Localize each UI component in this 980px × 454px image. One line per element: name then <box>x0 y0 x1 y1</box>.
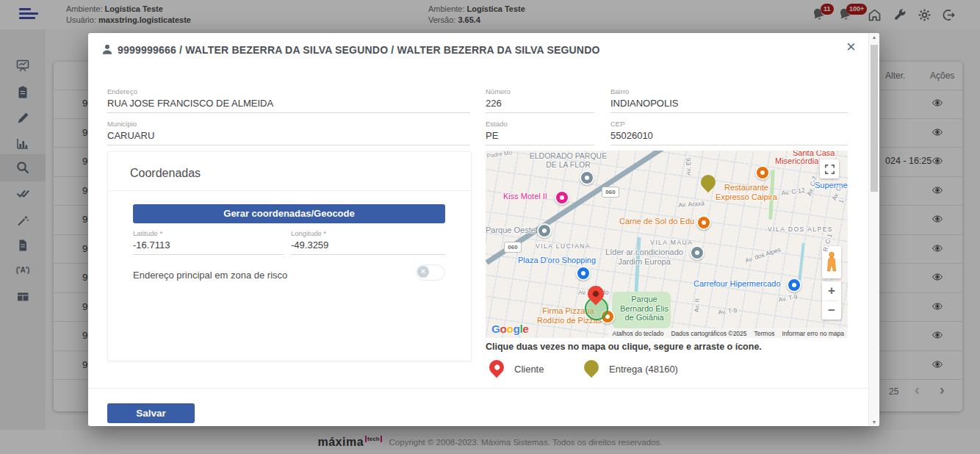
attribution-link[interactable]: Termos <box>754 330 775 337</box>
risk-zone-toggle-label: Endereço principal em zona de risco <box>133 270 287 281</box>
map-label: Restaurante Expresso Caipira <box>713 183 779 201</box>
map-label: Carne de Sol do Edu <box>619 217 694 226</box>
map-label: Padre Mo <box>486 151 513 159</box>
longitude-field[interactable]: Longitude * -49.3259 <box>291 229 445 255</box>
scrollbar-thumb[interactable] <box>871 45 878 192</box>
divider <box>88 388 879 389</box>
map-label: Carrefour Hipermercado <box>693 279 781 289</box>
field-value: 226 <box>486 98 594 113</box>
map-label: Av. T-9 <box>778 293 798 303</box>
map-label: Av. T-9 <box>718 307 738 316</box>
map-poi-icon[interactable] <box>580 170 594 185</box>
divider <box>108 190 471 191</box>
map-label: Líder ar condicionado Jardim Europa <box>603 248 685 266</box>
map-label: Av. <box>578 289 587 297</box>
map-label: Av. It <box>693 298 701 312</box>
coordinates-title: Coordenadas <box>130 167 201 180</box>
entrega-legend-pin-icon <box>583 359 599 378</box>
legend-item: Entrega (48160) <box>583 358 678 380</box>
map-label: Parque Bernardo Élis de Goiânia <box>616 295 672 323</box>
map-poi-icon[interactable] <box>537 223 552 238</box>
field-label: Bairro <box>610 87 848 96</box>
field-label: CEP <box>610 120 848 128</box>
field-value: CARUARU <box>107 130 470 145</box>
zoom-in-button[interactable]: + <box>822 281 841 300</box>
field-label: Latitude * <box>133 229 284 237</box>
map-label: Parque Oeste <box>486 226 536 235</box>
field-value: PE <box>486 130 594 145</box>
field-label: Estado <box>486 120 594 128</box>
estado-field[interactable]: Estado PE <box>486 120 594 145</box>
legend-item: Cliente <box>489 358 544 380</box>
bairro-field[interactable]: Bairro INDIANOPOLIS <box>610 87 848 113</box>
map-instruction-text: Clique duas vezes no mapa ou clique, seg… <box>486 342 762 352</box>
map-waterway <box>798 243 804 281</box>
map-label: Av. Araxá <box>678 201 705 209</box>
map-label: Av. E6 <box>685 158 693 176</box>
road-shield: 060 <box>504 242 522 253</box>
map-label: Av. C-12 <box>781 187 805 198</box>
map-label: VILA LUCIANA <box>536 243 591 251</box>
cliente-legend-pin-icon <box>489 359 505 378</box>
field-value: -49.3259 <box>291 239 445 255</box>
generate-geocode-button[interactable]: Gerar coordenadas/Geocode <box>133 204 445 223</box>
field-value: 55026010 <box>610 130 848 145</box>
attribution-link[interactable]: Atalhos do teclado <box>612 330 663 337</box>
map-fullscreen-button[interactable] <box>820 159 839 179</box>
map-poi-icon[interactable] <box>755 165 770 180</box>
map-label: Plaza D'oro Shopping <box>518 256 596 265</box>
map-label: Misericórdia <box>775 156 818 166</box>
cliente-marker-pin[interactable] <box>588 286 604 302</box>
field-label: Longitude * <box>291 229 445 237</box>
field-label: Número <box>486 87 594 96</box>
scroll-up-arrow[interactable]: ▲ <box>869 35 879 40</box>
map-zoom-control: + − <box>822 281 841 320</box>
google-logo-letter: o <box>500 323 507 335</box>
toggle-knob-x-icon: × <box>417 266 429 278</box>
modal-scrollbar[interactable]: ▲ ▼ <box>868 33 879 426</box>
google-logo-letter: e <box>522 323 528 335</box>
legend-label: Cliente <box>514 364 544 375</box>
map-label: Santa Casa <box>793 151 835 158</box>
field-label: Endereço <box>107 87 470 96</box>
field-value: -16.7113 <box>133 239 284 255</box>
field-value: INDIANOPOLIS <box>610 98 848 113</box>
attribution-link[interactable]: Informar erro no mapa <box>782 330 844 337</box>
save-button[interactable]: Salvar <box>107 403 195 423</box>
risk-zone-toggle[interactable]: × <box>416 264 445 281</box>
map-label: Av. dos Alpes <box>744 246 782 264</box>
latitude-field[interactable]: Latitude * -16.7113 <box>133 229 284 255</box>
coordinates-panel: Coordenadas Gerar coordenadas/Geocode La… <box>107 151 472 361</box>
map-poi-icon[interactable] <box>696 215 711 230</box>
field-label: Municipio <box>107 120 470 128</box>
google-logo-letter: G <box>491 323 500 335</box>
map-poi-icon[interactable] <box>555 190 569 205</box>
close-icon[interactable]: × <box>846 39 856 55</box>
map-poi-icon[interactable] <box>787 278 801 292</box>
map-attribution: Atalhos do tecladoDados cartográficos ©2… <box>608 328 848 338</box>
municipio-field[interactable]: Municipio CARUARU <box>107 120 470 145</box>
field-value: RUA JOSE FRANCISCO DE ALMEIDA <box>107 98 470 113</box>
entrega-marker-pin[interactable] <box>701 175 716 190</box>
endereco-field[interactable]: Endereço RUA JOSE FRANCISCO DE ALMEIDA <box>107 87 470 113</box>
scroll-down-arrow[interactable]: ▼ <box>869 419 879 425</box>
address-modal: 9999999666 / WALTER BEZERRA DA SILVA SEG… <box>88 33 879 426</box>
road-shield: 060 <box>602 187 619 198</box>
map-label: Kiss Motel II <box>503 192 547 201</box>
map-label: VILA DOS ALPES <box>768 226 833 234</box>
map-label: ELDORADO PARQUE DE LA FLOR <box>526 151 610 169</box>
modal-title: 9999999666 / WALTER BEZERRA DA SILVA SEG… <box>118 44 600 56</box>
google-logo[interactable]: Google <box>491 323 528 336</box>
map-label: VILA MAUA <box>650 239 693 247</box>
map-poi-icon[interactable] <box>690 245 705 260</box>
map-poi-icon[interactable] <box>576 266 591 281</box>
map-canvas[interactable]: + − Google Atalhos do tecladoDados carto… <box>486 151 848 338</box>
numero-field[interactable]: Número 226 <box>486 87 594 113</box>
person-icon <box>101 43 114 56</box>
cep-field[interactable]: CEP 55026010 <box>610 120 848 145</box>
legend-label: Entrega (48160) <box>609 364 678 375</box>
zoom-out-button[interactable]: − <box>822 301 841 320</box>
google-logo-letter: o <box>507 323 514 335</box>
attribution-link[interactable]: Dados cartográficos ©2025 <box>671 330 746 337</box>
